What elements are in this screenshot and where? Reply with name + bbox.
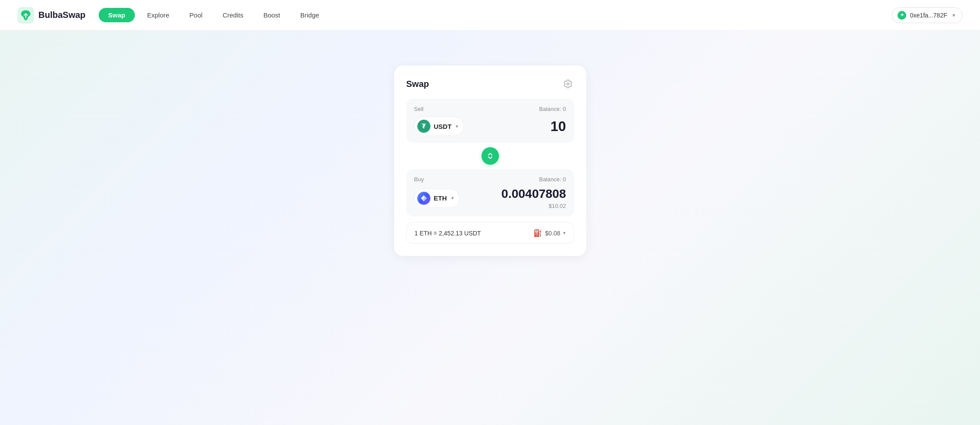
logo-area: BulbaSwap [17, 7, 86, 24]
sell-input-row: ₮ USDT ▾ 10 [414, 117, 566, 136]
logo-icon [17, 7, 34, 24]
wallet-address: 0xe1fa...782F [910, 12, 947, 19]
nav-bridge-link[interactable]: Bridge [292, 8, 327, 22]
sell-balance: Balance: 0 [539, 106, 566, 112]
sell-token-selector[interactable]: ₮ USDT ▾ [414, 117, 464, 136]
svg-marker-6 [421, 198, 424, 201]
buy-label-row: Buy Balance: 0 [414, 176, 566, 183]
nav-links: Swap Explore Pool Credits Boost Bridge [99, 8, 892, 22]
buy-usd-value: $10.02 [502, 203, 566, 209]
gas-info[interactable]: ⛽ $0.08 ▾ [533, 229, 565, 237]
sell-token-box: Sell Balance: 0 ₮ USDT ▾ 10 [406, 99, 574, 143]
nav-boost-link[interactable]: Boost [255, 8, 288, 22]
svg-marker-3 [424, 195, 427, 199]
swap-direction-button[interactable] [481, 147, 499, 165]
buy-input-row: ETH ▾ 0.00407808 $10.02 [414, 187, 566, 209]
usdt-icon: ₮ [417, 120, 430, 133]
nav-swap-button[interactable]: Swap [99, 8, 135, 22]
svg-marker-5 [424, 198, 427, 201]
swap-card-header: Swap [406, 78, 574, 90]
buy-token-box: Buy Balance: 0 ETH [406, 169, 574, 216]
nav-pool-link[interactable]: Pool [182, 8, 210, 22]
rate-bar: 1 ETH = 2,452.13 USDT ⛽ $0.08 ▾ [406, 222, 574, 244]
wallet-chevron-icon: ▾ [952, 12, 955, 18]
brand-name: BulbaSwap [38, 10, 86, 20]
buy-token-selector[interactable]: ETH ▾ [414, 189, 460, 208]
wallet-button[interactable]: ✦ 0xe1fa...782F ▾ [892, 7, 963, 23]
sell-token-chevron-icon: ▾ [456, 124, 458, 129]
buy-token-name: ETH [434, 194, 447, 202]
wallet-icon: ✦ [897, 11, 906, 20]
navbar: BulbaSwap Swap Explore Pool Credits Boos… [0, 0, 980, 31]
svg-point-1 [567, 83, 569, 85]
buy-label: Buy [414, 176, 424, 183]
buy-token-chevron-icon: ▾ [451, 195, 454, 201]
main-content: Swap Sell Balance: 0 ₮ USDT [0, 31, 980, 425]
gas-icon: ⛽ [533, 229, 542, 237]
nav-credits-link[interactable]: Credits [215, 8, 251, 22]
settings-icon[interactable] [562, 78, 574, 90]
nav-explore-link[interactable]: Explore [139, 8, 177, 22]
swap-arrows-icon [486, 152, 494, 160]
swap-card-title: Swap [406, 79, 429, 89]
swap-direction-wrap [406, 147, 574, 165]
sell-amount[interactable]: 10 [550, 118, 566, 135]
rate-text: 1 ETH = 2,452.13 USDT [415, 230, 481, 237]
sell-label-row: Sell Balance: 0 [414, 106, 566, 112]
sell-token-name: USDT [434, 123, 452, 130]
buy-balance: Balance: 0 [539, 176, 566, 183]
buy-amount[interactable]: 0.00407808 [502, 187, 566, 201]
gas-cost: $0.08 [545, 230, 560, 237]
gas-chevron-icon[interactable]: ▾ [563, 230, 566, 236]
sell-label: Sell [414, 106, 424, 112]
eth-icon [417, 192, 430, 205]
svg-marker-4 [421, 195, 424, 199]
swap-card: Swap Sell Balance: 0 ₮ USDT [394, 66, 586, 256]
